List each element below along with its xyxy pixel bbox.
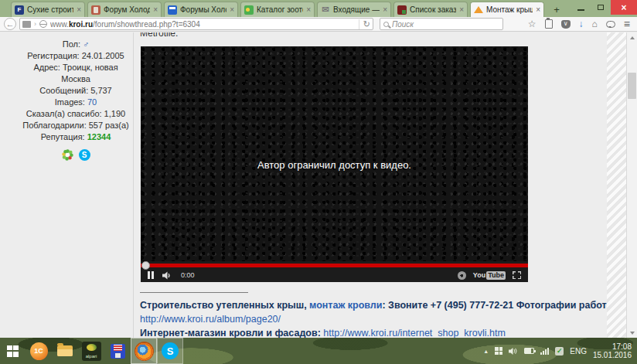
post-text: Metrotile. <box>140 32 178 39</box>
alpari-icon: alpari <box>82 342 101 361</box>
scroll-up-button[interactable] <box>627 32 637 43</box>
album-link[interactable]: http://www.kroi.ru/album/page20/ <box>140 314 281 325</box>
hello-chat-icon[interactable] <box>606 21 615 28</box>
settings-gear-icon[interactable] <box>458 271 466 280</box>
tab-montazh-kryshi-active[interactable]: Монтаж крыши з... × <box>470 2 544 17</box>
taskbar-1c-app[interactable]: 1С <box>26 338 52 364</box>
blue-forum-favicon <box>168 5 177 15</box>
back-button[interactable]: ← <box>4 18 16 30</box>
scroll-down-button[interactable] <box>627 328 637 338</box>
page-content: Пол:♂ Регистрация:24.01.2005 Адрес:Троиц… <box>0 32 637 338</box>
browser-titlebar: F Сухие строитель... × Форум Холодиль...… <box>0 0 637 17</box>
youtube-logo[interactable]: You Tube <box>473 271 506 280</box>
contact-icons: S <box>20 149 131 161</box>
reload-icon[interactable]: ↻ <box>359 19 370 29</box>
tab-close-icon[interactable]: × <box>536 6 540 14</box>
volume-tray-icon[interactable] <box>509 347 518 355</box>
volume-icon[interactable] <box>162 271 172 280</box>
scrollbar-thumb[interactable] <box>628 73 636 99</box>
video-progress-bar[interactable] <box>141 264 528 267</box>
stat-gender: Пол:♂ <box>20 39 131 50</box>
address-bar[interactable]: › www.kroi.ru/forum/showthread.php?t=630… <box>19 18 373 30</box>
downloads-icon[interactable]: ↓ <box>579 19 584 29</box>
pocket-icon[interactable]: ∨ <box>561 20 571 29</box>
tab-title: Список заказов <box>410 5 456 14</box>
menu-icon[interactable]: ≡ <box>624 18 630 30</box>
close-button[interactable]: × <box>611 0 637 15</box>
minimize-icon <box>577 9 584 11</box>
tab-title: Входящие — Янд... <box>333 5 380 14</box>
signature-line-3: Интернет-магазин кровли и фасадов: http:… <box>140 326 610 338</box>
hidden-icons-caret[interactable]: ▲ <box>483 349 489 354</box>
windows-tray-icon[interactable] <box>495 347 502 355</box>
stat-address: Адрес:Троицк, новая Москва <box>20 62 131 85</box>
search-box[interactable] <box>380 18 503 30</box>
clock[interactable]: 17:08 15.01.2016 <box>593 342 632 360</box>
tab-close-icon[interactable]: × <box>306 6 311 14</box>
minimize-button[interactable] <box>571 0 591 15</box>
home-icon[interactable]: ⌂ <box>592 19 598 29</box>
start-button[interactable] <box>0 338 26 364</box>
video-restricted-message: Автор ограничил доступ к видео. <box>141 159 528 171</box>
vertical-scrollbar[interactable] <box>626 32 637 338</box>
page-background-stripe <box>607 32 626 338</box>
search-input[interactable] <box>392 20 499 29</box>
taskbar-alpari-app[interactable]: alpari <box>78 338 104 364</box>
taskbar-firefox-app[interactable] <box>131 338 157 364</box>
video-time: 0:00 <box>181 271 195 279</box>
mail-envelope-favicon: ✉ <box>321 5 330 15</box>
search-icon <box>383 22 389 27</box>
page-proxy-icon <box>22 21 31 28</box>
youtube-video-player[interactable]: Автор ограничил доступ к видео. 0:00 <box>141 46 528 282</box>
icq-flower-icon[interactable] <box>62 149 73 161</box>
tab-close-icon[interactable]: × <box>77 6 81 14</box>
signature-block: Строительство утепленных крыш, монтаж кр… <box>140 298 610 338</box>
network-signal-icon[interactable] <box>540 347 549 355</box>
video-controls-right: You Tube <box>458 271 521 280</box>
url-prefix: www. <box>50 20 69 29</box>
tab-katalog-zootovar[interactable]: Каталог зоотовар... × <box>240 2 315 17</box>
images-count-link[interactable]: 70 <box>87 97 97 107</box>
tab-title: Форум Холодиль... <box>104 5 150 14</box>
globe-icon <box>39 20 47 28</box>
tab-title: Монтаж крыши з... <box>486 5 533 14</box>
video-controls: 0:00 You Tube <box>141 268 528 282</box>
orders-favicon <box>397 5 407 15</box>
tab-close-icon[interactable]: × <box>230 6 234 14</box>
skype-icon: S <box>162 342 179 359</box>
tab-forum-holodil[interactable]: Форум Холодиль... × <box>87 2 162 17</box>
windows-logo-icon <box>7 345 19 357</box>
new-tab-button[interactable]: + <box>548 3 565 17</box>
safely-remove-icon[interactable]: ✓ <box>555 347 564 355</box>
tab-close-icon[interactable]: × <box>383 6 387 14</box>
clock-time: 17:08 <box>593 342 632 352</box>
restore-button[interactable] <box>591 0 611 15</box>
stat-reputation: Репутация:12344 <box>20 131 131 143</box>
tab-suhie-stroitel[interactable]: F Сухие строитель... × <box>11 2 85 17</box>
fullscreen-icon[interactable] <box>513 271 521 279</box>
signature-line-2: http://www.kroi.ru/album/page20/ <box>140 312 610 326</box>
pause-icon[interactable] <box>148 271 154 279</box>
taskbar-explorer-app[interactable] <box>52 338 78 364</box>
stat-registration: Регистрация:24.01.2005 <box>20 50 131 62</box>
montazh-krovli-link[interactable]: монтаж кровли <box>309 300 382 311</box>
signature-divider <box>140 292 248 293</box>
skype-contact-icon[interactable]: S <box>79 149 90 161</box>
bookmark-star-icon[interactable]: ☆ <box>528 19 537 29</box>
bookmarks-menu-icon[interactable] <box>545 19 553 29</box>
shop-link[interactable]: http://www.kroi.ru/internet_shop_krovli.… <box>323 328 506 338</box>
language-indicator[interactable]: ENG <box>570 347 587 355</box>
arrow-up-icon <box>630 36 635 39</box>
clock-date: 15.01.2016 <box>593 351 632 360</box>
tab-forumy-holodil[interactable]: Форумы Холодиль... × <box>164 2 238 17</box>
desktop-screen: F Сухие строитель... × Форум Холодиль...… <box>0 0 637 364</box>
signature-line-1: Строительство утепленных крыш, монтаж кр… <box>140 298 610 312</box>
tab-close-icon[interactable]: × <box>153 6 158 14</box>
tab-vhodyaschie-mail[interactable]: ✉ Входящие — Янд... × <box>317 2 391 17</box>
taskbar-skype-app[interactable]: S <box>157 338 183 364</box>
tab-spisok-zakazov[interactable]: Список заказов × <box>393 2 468 17</box>
pet-shop-favicon <box>244 5 254 15</box>
taskbar-floppy-app[interactable] <box>104 338 131 364</box>
battery-tray-icon[interactable] <box>524 348 534 354</box>
tab-close-icon[interactable]: × <box>459 6 464 14</box>
